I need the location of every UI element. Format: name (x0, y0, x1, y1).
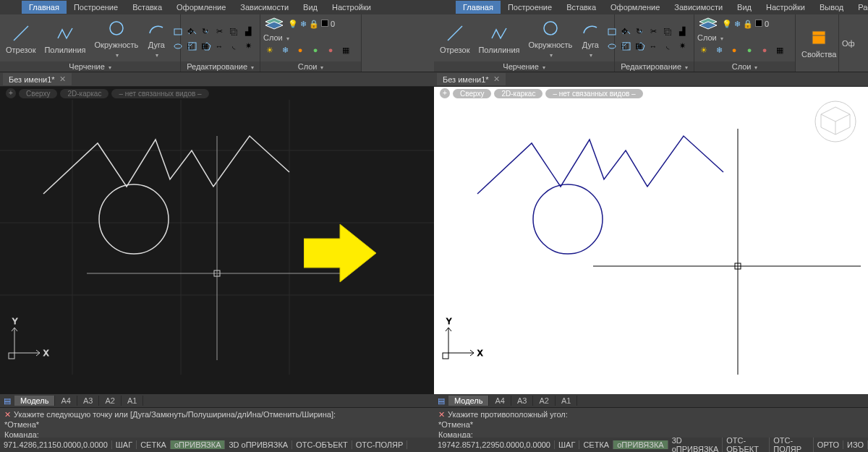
layout-tab-a1[interactable]: A1 (556, 396, 577, 406)
tab-build[interactable]: Построение (501, 1, 559, 14)
array-icon: ▦ (633, 40, 644, 52)
add-view-button[interactable]: + (440, 88, 450, 98)
layer-tools[interactable]: ☀❄●●●▦ (263, 43, 352, 56)
tab-constraints[interactable]: Зависимости (667, 1, 730, 14)
layout-icon[interactable]: ▤ (0, 396, 14, 406)
tab-settings[interactable]: Настройки (759, 1, 812, 14)
edit-icons[interactable]: ✥↻✂⿻▟ ◱▦↔◟✷ (184, 25, 255, 53)
coords: 19742.8571,22950.0000,0.0000 (434, 440, 555, 449)
layer-state-icons[interactable]: 💡❄🔒0 (722, 20, 769, 29)
layout-tab-a1[interactable]: A1 (122, 396, 143, 406)
tab-home[interactable]: Главная (456, 1, 501, 14)
close-icon[interactable]: ✕ (59, 74, 66, 84)
tab-output[interactable]: Вывод (812, 1, 851, 14)
svg-text:X: X (477, 349, 483, 357)
tool-polyline[interactable]: Полилиния (41, 22, 88, 56)
tab-home[interactable]: Главная (22, 1, 67, 14)
status-grid[interactable]: СЕТКА (137, 440, 171, 449)
layer-state-icons[interactable]: 💡❄🔒0 (288, 20, 335, 29)
ribbon: Отрезок Полилиния Окружность▾ Дуга▾ Черч… (434, 14, 868, 72)
add-view-button[interactable]: + (6, 88, 16, 98)
view-linked-pill[interactable]: – нет связанных видов – (111, 89, 208, 98)
status-otrack[interactable]: ОТС-ОБЪЕКТ (292, 440, 352, 449)
status-3dosnap[interactable]: 3D оПРИВЯЗКА (668, 438, 723, 452)
tab-view[interactable]: Вид (296, 1, 325, 14)
layers-label[interactable]: Слои ▾ (697, 33, 723, 42)
view-style-pill[interactable]: 2D-каркас (494, 89, 542, 98)
layers-button[interactable] (697, 16, 719, 32)
status-step[interactable]: ШАГ (555, 440, 579, 449)
tab-view[interactable]: Вид (730, 1, 759, 14)
panel-draw-label: Черчение ▾ (434, 61, 614, 72)
layout-tab-a4[interactable]: A4 (489, 396, 511, 406)
panel-layers: 💡❄🔒0 Слои ▾ ☀❄●●●▦ Слои ▾ (694, 14, 796, 72)
mirror-icon: ▟ (676, 26, 688, 38)
ribbon-tabs: Главная Построение Вставка Оформление За… (434, 0, 868, 14)
document-tab[interactable]: Без имени1*✕ (437, 73, 506, 85)
fillet-icon: ◟ (662, 40, 673, 52)
status-osnap[interactable]: оПРИВЯЗКА (613, 440, 668, 449)
of-label: Оф (842, 39, 855, 48)
status-polar[interactable]: ОТС-ПОЛЯР (352, 440, 408, 449)
layers-label[interactable]: Слои ▾ (263, 33, 289, 42)
tab-insert[interactable]: Вставка (559, 1, 603, 14)
status-polar[interactable]: ОТС-ПОЛЯР (770, 438, 814, 452)
status-3dosnap[interactable]: 3D оПРИВЯЗКА (225, 440, 292, 449)
view-style-pill[interactable]: 2D-каркас (60, 89, 109, 98)
panel-layers-label: Слои ▾ (260, 61, 361, 72)
layout-tab-a2[interactable]: A2 (533, 396, 555, 406)
tab-raster[interactable]: Растр (851, 1, 868, 14)
rotate-icon: ↻ (633, 26, 644, 38)
trim-icon: ✂ (213, 26, 225, 38)
ribbon-tabs: Главная Построение Вставка Оформление За… (0, 0, 434, 14)
document-tab[interactable]: Без имени1*✕ (3, 73, 72, 85)
status-iso[interactable]: ИЗО (843, 440, 868, 449)
layout-tab-model[interactable]: Модель (14, 396, 55, 406)
view-top-pill[interactable]: Сверху (19, 89, 57, 98)
scale-icon: ◱ (184, 40, 196, 52)
layout-tab-model[interactable]: Модель (448, 396, 489, 406)
stretch-icon: ↔ (647, 40, 659, 52)
viewport-pills: + Сверху 2D-каркас – нет связанных видов… (0, 87, 434, 100)
transition-arrow-icon (304, 217, 383, 289)
layout-tab-a3[interactable]: A3 (77, 396, 99, 406)
layout-tab-a4[interactable]: A4 (55, 396, 77, 406)
tool-segment[interactable]: Отрезок (437, 22, 472, 56)
command-line[interactable]: ✕Укажите следующую точку или [Дуга/Замкн… (0, 407, 434, 438)
edit-icons[interactable]: ✥↻✂⿻▟ ◱▦↔◟✷ (618, 25, 689, 53)
close-icon[interactable]: ✕ (493, 74, 500, 84)
stretch-icon: ↔ (213, 40, 225, 52)
layout-icon[interactable]: ▤ (434, 396, 448, 406)
view-linked-pill[interactable]: – нет связанных видов – (545, 89, 642, 98)
svg-marker-43 (304, 224, 376, 282)
ucs-icon: XY (443, 317, 483, 359)
layout-tab-a2[interactable]: A2 (99, 396, 121, 406)
tab-constraints[interactable]: Зависимости (233, 1, 296, 14)
polyline-entity (43, 136, 289, 194)
view-top-pill[interactable]: Сверху (453, 89, 491, 98)
layers-button[interactable] (263, 16, 285, 32)
status-grid[interactable]: СЕТКА (579, 440, 613, 449)
tab-format[interactable]: Оформление (603, 1, 667, 14)
tool-circle[interactable]: Окружность▾ (526, 17, 576, 60)
layer-tools[interactable]: ☀❄●●●▦ (697, 43, 786, 56)
layout-tab-a3[interactable]: A3 (511, 396, 533, 406)
document-bar: Без имени1*✕ (434, 72, 868, 87)
tool-polyline[interactable]: Полилиния (475, 22, 522, 56)
status-otrack[interactable]: ОТС-ОБЪЕКТ (723, 438, 770, 452)
properties-button[interactable]: Свойства (799, 27, 839, 60)
tool-segment[interactable]: Отрезок (3, 22, 38, 56)
status-ortho[interactable]: ОРТО (814, 440, 843, 449)
drawing-canvas-light[interactable]: XY (434, 100, 868, 394)
status-step[interactable]: ШАГ (112, 440, 137, 449)
status-osnap[interactable]: оПРИВЯЗКА (171, 440, 226, 449)
polyline-entity (477, 136, 723, 194)
tab-build[interactable]: Построение (67, 1, 125, 14)
tool-arc[interactable]: Дуга▾ (144, 17, 169, 60)
tab-insert[interactable]: Вставка (125, 1, 169, 14)
command-line[interactable]: ✕Укажите противоположный угол: *Отмена* … (434, 407, 868, 438)
tab-format[interactable]: Оформление (169, 1, 233, 14)
tool-arc[interactable]: Дуга▾ (578, 17, 603, 60)
tool-circle[interactable]: Окружность▾ (92, 17, 142, 60)
tab-settings[interactable]: Настройки (325, 1, 378, 14)
